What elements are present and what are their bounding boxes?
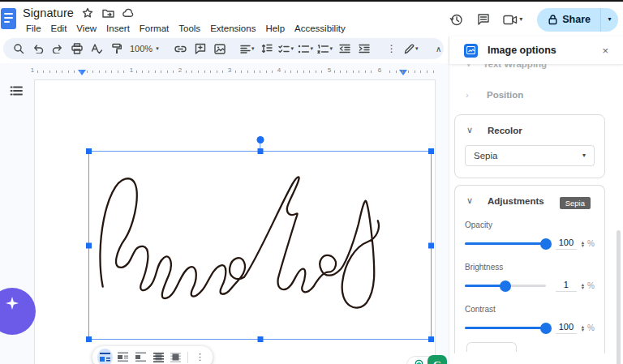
behind-text-button[interactable] (151, 349, 166, 364)
ruler-tick (62, 71, 62, 73)
spellcheck-button[interactable] (88, 40, 105, 58)
menu-view[interactable]: View (71, 22, 101, 35)
resize-handle-sw[interactable] (86, 336, 92, 342)
add-comment-button[interactable] (191, 40, 209, 58)
wrap-text-button[interactable] (115, 349, 131, 364)
section-recolor[interactable]: ∨ Recolor (455, 115, 604, 143)
recolor-select[interactable]: Sepia ▾ (465, 145, 595, 166)
opacity-slider-block: Opacity 100 ▴▾ % (455, 214, 604, 250)
wrap-more-options-button[interactable]: ⋮ (192, 349, 208, 364)
ruler-tick (371, 71, 372, 73)
panel-scrollbar[interactable] (617, 230, 621, 364)
insert-link-button[interactable] (172, 40, 190, 58)
document-page[interactable]: ⋮ G (34, 79, 436, 364)
brightness-unit: % (587, 281, 595, 290)
meet-caret-icon[interactable]: ▾ (519, 16, 522, 23)
resize-handle-n[interactable] (257, 148, 263, 154)
hide-menus-button[interactable]: ∧ (430, 40, 448, 58)
star-icon[interactable] (82, 7, 94, 19)
docs-logo-icon[interactable] (1, 8, 16, 29)
ruler[interactable]: 1123456 (0, 64, 449, 78)
comments-icon[interactable] (475, 11, 492, 28)
menu-help[interactable]: Help (260, 22, 290, 35)
menu-format[interactable]: Format (135, 22, 174, 35)
toolbar: 100%▾ ▾ ▾ ▾ ▾ ⋮ ▾ ∧ (3, 38, 444, 59)
editing-mode-button[interactable]: ▾ (402, 40, 420, 58)
opacity-stepper[interactable]: ▴▾ (582, 241, 584, 247)
contrast-slider-thumb[interactable] (540, 323, 552, 334)
wrap-inline-button[interactable] (97, 349, 113, 364)
recolor-card: ∨ Recolor Sepia ▾ (454, 114, 605, 178)
print-button[interactable] (68, 40, 86, 58)
ruler-tick (74, 71, 75, 73)
numbered-list-button[interactable]: ▾ (316, 40, 334, 58)
ruler-tick (68, 71, 69, 73)
contrast-stepper[interactable]: ▴▾ (582, 325, 584, 332)
indent-marker-right[interactable] (399, 70, 407, 75)
paint-format-button[interactable] (107, 40, 125, 58)
menu-edit[interactable]: Edit (46, 22, 72, 35)
share-dropdown[interactable]: ▾ (600, 8, 618, 32)
resize-handle-s[interactable] (257, 336, 263, 342)
increase-indent-button[interactable] (355, 40, 373, 58)
contrast-slider[interactable] (465, 327, 546, 329)
resize-handle-nw[interactable] (86, 148, 92, 154)
chevron-down-icon: ∨ (466, 64, 471, 68)
reset-button-partial[interactable] (466, 342, 517, 352)
menu-accessibility[interactable]: Accessibility (290, 22, 350, 35)
share-button[interactable]: Share ▾ (537, 8, 618, 32)
ruler-tick (254, 71, 255, 73)
signature-image[interactable] (89, 152, 431, 339)
align-button[interactable]: ▾ (238, 40, 256, 58)
panel-scroll-area[interactable]: ∨ Text Wrapping › Position ∨ Recolor Sep… (449, 64, 623, 364)
image-selection-box[interactable] (88, 151, 432, 340)
divider (187, 352, 188, 363)
checklist-button[interactable]: ▾ (277, 40, 295, 58)
opacity-slider[interactable] (465, 242, 546, 245)
search-icon[interactable] (10, 40, 28, 58)
document-title[interactable]: Signature (23, 6, 74, 19)
meet-call-button[interactable]: ▾ (503, 15, 522, 25)
menu-bar: File Edit View Insert Format Tools Exten… (21, 22, 350, 35)
menu-tools[interactable]: Tools (174, 22, 205, 35)
undo-button[interactable] (29, 40, 47, 58)
ruler-tick (427, 71, 428, 73)
menu-file[interactable]: File (21, 22, 46, 35)
rotate-handle[interactable] (256, 136, 264, 143)
share-main[interactable]: Share (537, 8, 600, 32)
section-text-wrapping[interactable]: ∨ Text Wrapping (449, 64, 623, 79)
section-position[interactable]: › Position (449, 79, 623, 111)
close-panel-icon[interactable]: × (599, 43, 612, 58)
brightness-stepper[interactable]: ▴▾ (582, 283, 584, 289)
brightness-slider[interactable] (465, 285, 546, 287)
menu-extensions[interactable]: Extensions (205, 22, 260, 35)
contrast-value-field[interactable]: 100 (556, 322, 577, 334)
break-text-button[interactable] (133, 349, 148, 364)
ruler-tick (420, 71, 421, 73)
more-options-button[interactable]: ⋮ (383, 40, 401, 58)
insert-image-button[interactable] (211, 40, 229, 58)
version-history-icon[interactable] (448, 11, 464, 28)
opacity-slider-thumb[interactable] (540, 238, 552, 250)
grammarly-icon[interactable]: G (428, 355, 447, 364)
line-spacing-button[interactable] (258, 40, 276, 58)
cloud-status-icon[interactable] (122, 7, 135, 19)
redo-button[interactable] (49, 40, 67, 58)
decrease-indent-button[interactable] (336, 40, 354, 58)
ruler-tick (334, 71, 335, 73)
move-folder-icon[interactable] (102, 7, 114, 19)
resize-handle-w[interactable] (86, 242, 92, 248)
in-front-of-text-button[interactable] (168, 349, 183, 364)
zoom-select[interactable]: 100%▾ (127, 44, 162, 54)
bulleted-list-button[interactable]: ▾ (297, 40, 315, 58)
brightness-value-field[interactable]: 1 (556, 280, 577, 292)
resize-handle-se[interactable] (428, 336, 434, 342)
lock-icon (548, 15, 557, 25)
opacity-value-field[interactable]: 100 (556, 238, 577, 250)
document-outline-icon[interactable] (10, 85, 26, 100)
indent-marker-left[interactable] (78, 70, 86, 75)
brightness-slider-thumb[interactable] (500, 280, 511, 292)
resize-handle-e[interactable] (428, 242, 434, 248)
resize-handle-ne[interactable] (428, 148, 434, 154)
menu-insert[interactable]: Insert (101, 22, 135, 35)
